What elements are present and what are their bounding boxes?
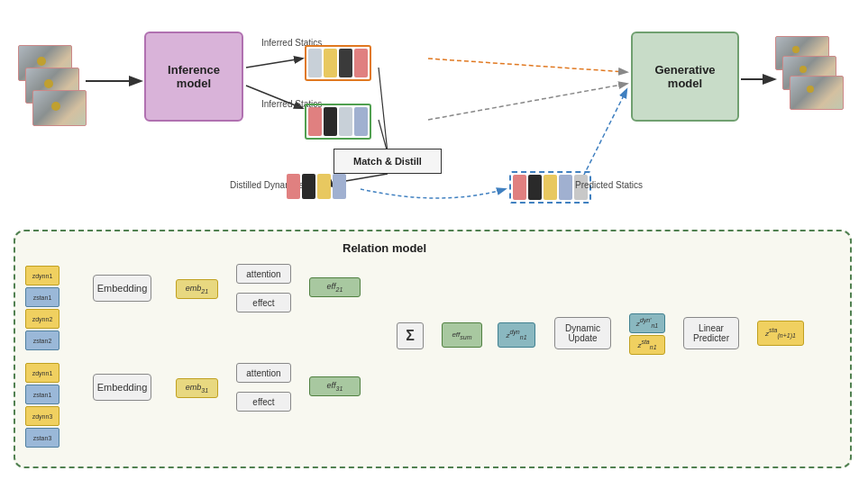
relation-model-title: Relation model — [343, 241, 426, 255]
bar-blue-2 — [354, 107, 368, 136]
var-stack-top: zdynn1 zstan1 zdynn2 zstan2 — [25, 266, 59, 350]
attention-top-box: attention — [236, 264, 291, 284]
input-images — [18, 45, 81, 126]
z-sta-out-box: zsta(n+1)1 — [757, 321, 804, 346]
emb21-box: emb21 — [176, 279, 218, 299]
inference-model-box: Inference model — [144, 32, 243, 122]
generative-model-label: Generative model — [654, 63, 715, 90]
emb31-box: emb31 — [176, 378, 218, 398]
color-bars-group-1 — [305, 45, 371, 81]
svg-line-6 — [379, 68, 388, 153]
distilled-bars — [287, 174, 346, 199]
output-images — [775, 36, 847, 126]
generative-model-box: Generative model — [631, 32, 739, 122]
bar-pink-1 — [354, 49, 368, 77]
z-dyn-prime-box: zdyn'n1 — [629, 313, 665, 333]
match-distill-box: Match & Distill — [333, 149, 442, 174]
eff-sum-box: effsum — [442, 322, 482, 348]
embedding-bottom: Embedding — [93, 374, 151, 401]
z-dyn-n1-box: zdynn1 — [25, 266, 59, 285]
z-n1-dyn-box: zdynn1 — [498, 322, 535, 348]
effect-bottom-box: effect — [236, 392, 291, 412]
bar-black-1 — [339, 49, 352, 77]
effect-top-box: effect — [236, 293, 291, 312]
dynamic-update-box: Dynamic Update — [554, 317, 611, 349]
bar-black-2 — [324, 107, 337, 136]
z-sta-n3-box: zstan3 — [25, 428, 59, 448]
bar-gray-1 — [308, 49, 322, 77]
color-bars-group-2 — [305, 104, 371, 140]
embedding-top: Embedding — [93, 275, 151, 302]
z-sta-n1b-box: zstan1 — [25, 385, 59, 404]
sigma-box: Σ — [397, 322, 424, 349]
z-dyn-n3-box: zdynn3 — [25, 406, 59, 426]
z-sta-n2-box: zstan2 — [25, 331, 59, 350]
input-frame-3 — [32, 90, 87, 126]
diagram-container: Inference model Inferred Statics Inferre… — [0, 0, 868, 480]
z-dyn-n1b-box: zdynn1 — [25, 363, 59, 383]
linear-predicter-box: Linear Predicter — [683, 317, 739, 349]
svg-line-10 — [428, 59, 626, 72]
z-sta-box: zstan1 — [629, 335, 665, 355]
bar-gray-2 — [339, 107, 352, 136]
z-dyn-n2-box: zdynn2 — [25, 309, 59, 329]
predicted-statics-label: Predicted Statics — [575, 180, 643, 190]
eff21-box: eff21 — [309, 277, 361, 297]
bar-yellow-1 — [324, 49, 337, 77]
var-stack-bottom: zdynn1 zstan1 zdynn3 zstan3 — [25, 363, 59, 448]
inference-model-label: Inference model — [168, 63, 220, 90]
svg-line-11 — [428, 84, 626, 120]
bar-pink-2 — [308, 107, 322, 136]
eff31-box: eff31 — [309, 376, 361, 396]
attention-bottom-box: attention — [236, 363, 291, 383]
z-sta-n1-box: zstan1 — [25, 287, 59, 307]
svg-line-4 — [246, 59, 302, 68]
